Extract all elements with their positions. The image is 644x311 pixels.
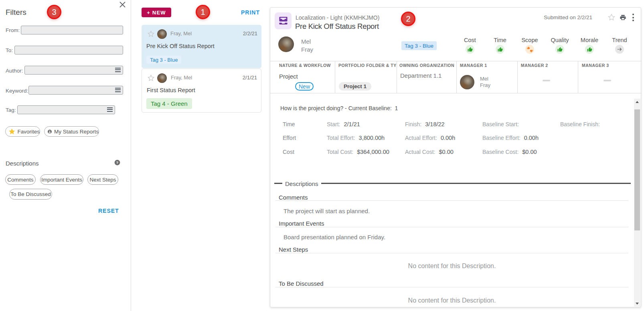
svg-text:?: ? [116, 161, 118, 165]
